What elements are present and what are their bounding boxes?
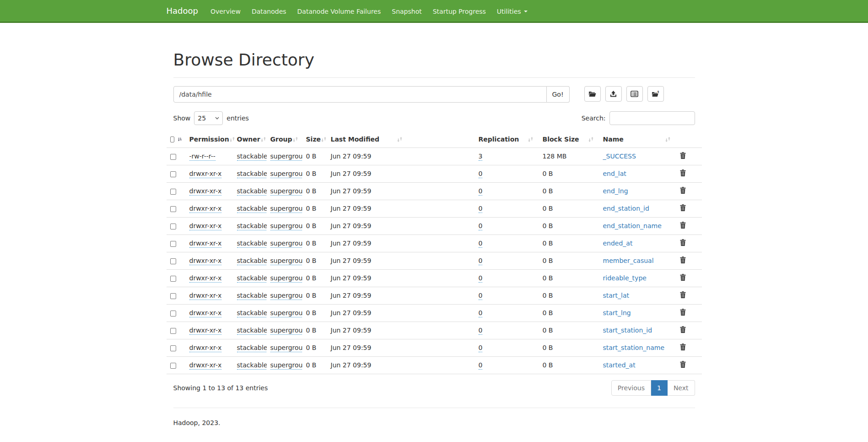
- row-checkbox[interactable]: [170, 345, 176, 351]
- permission-value[interactable]: -rw-r--r--: [189, 153, 216, 161]
- permission-value[interactable]: drwxr-xr-x: [189, 309, 222, 317]
- row-checkbox[interactable]: [170, 258, 176, 264]
- group-value[interactable]: supergroup: [270, 344, 302, 352]
- delete-file-icon[interactable]: [680, 204, 686, 213]
- owner-value[interactable]: stackable: [237, 170, 267, 178]
- page-size-select[interactable]: 25: [194, 111, 223, 125]
- owner-value[interactable]: stackable: [237, 187, 267, 196]
- search-input[interactable]: [609, 111, 695, 125]
- delete-file-icon[interactable]: [680, 326, 686, 334]
- row-checkbox[interactable]: [170, 363, 176, 369]
- owner-value[interactable]: stackable: [237, 240, 267, 248]
- row-checkbox[interactable]: [170, 206, 176, 212]
- delete-file-icon[interactable]: [680, 309, 686, 317]
- file-name-link[interactable]: member_casual: [603, 257, 654, 264]
- header-group[interactable]: Group: [267, 131, 302, 147]
- delete-file-icon[interactable]: [680, 256, 686, 265]
- row-checkbox[interactable]: [170, 224, 176, 229]
- nav-item-datanode-volume-failures[interactable]: Datanode Volume Failures: [292, 0, 387, 22]
- owner-value[interactable]: stackable: [237, 153, 267, 161]
- delete-file-icon[interactable]: [680, 169, 686, 178]
- group-value[interactable]: supergroup: [270, 327, 302, 335]
- group-value[interactable]: supergroup: [270, 361, 302, 370]
- replication-value[interactable]: 0: [479, 240, 483, 248]
- file-name-link[interactable]: started_at: [603, 361, 636, 369]
- group-value[interactable]: supergroup: [270, 309, 302, 317]
- owner-value[interactable]: stackable: [237, 274, 267, 283]
- header-permission[interactable]: Permission: [186, 131, 233, 147]
- file-name-link[interactable]: start_station_name: [603, 344, 665, 351]
- go-button[interactable]: Go!: [547, 86, 570, 103]
- owner-value[interactable]: stackable: [237, 292, 267, 300]
- select-all-checkbox[interactable]: [170, 136, 175, 142]
- replication-value[interactable]: 0: [479, 274, 483, 283]
- delete-file-icon[interactable]: [680, 152, 686, 160]
- file-name-link[interactable]: end_station_id: [603, 205, 649, 212]
- pagination-previous[interactable]: Previous: [611, 380, 651, 396]
- row-checkbox[interactable]: [170, 154, 176, 160]
- pagination-page-1[interactable]: 1: [651, 380, 668, 396]
- permission-value[interactable]: drwxr-xr-x: [189, 187, 222, 196]
- permission-value[interactable]: drwxr-xr-x: [189, 274, 222, 283]
- owner-value[interactable]: stackable: [237, 327, 267, 335]
- permission-value[interactable]: drwxr-xr-x: [189, 292, 222, 300]
- permission-value[interactable]: drwxr-xr-x: [189, 240, 222, 248]
- replication-value[interactable]: 0: [479, 361, 483, 370]
- row-checkbox[interactable]: [170, 276, 176, 282]
- nav-item-utilities-dropdown[interactable]: Utilities: [491, 0, 533, 22]
- row-checkbox[interactable]: [170, 328, 176, 334]
- permission-value[interactable]: drwxr-xr-x: [189, 170, 222, 178]
- group-value[interactable]: supergroup: [270, 153, 302, 161]
- owner-value[interactable]: stackable: [237, 222, 267, 230]
- create-directory-button[interactable]: [584, 86, 601, 102]
- group-value[interactable]: supergroup: [270, 240, 302, 248]
- header-block-size[interactable]: Block Size: [539, 131, 599, 147]
- row-checkbox[interactable]: [170, 241, 176, 247]
- row-checkbox[interactable]: [170, 293, 176, 299]
- pagination-next[interactable]: Next: [668, 380, 695, 396]
- file-name-link[interactable]: end_lat: [603, 170, 626, 177]
- header-owner[interactable]: Owner: [233, 131, 267, 147]
- upload-files-button[interactable]: [605, 86, 622, 102]
- nav-item-startup-progress[interactable]: Startup Progress: [427, 0, 491, 22]
- permission-value[interactable]: drwxr-xr-x: [189, 205, 222, 213]
- file-name-link[interactable]: start_lng: [603, 309, 631, 316]
- nav-item-overview[interactable]: Overview: [205, 0, 246, 22]
- delete-file-icon[interactable]: [680, 361, 686, 369]
- delete-file-icon[interactable]: [680, 222, 686, 230]
- header-last-modified[interactable]: Last Modified: [327, 131, 475, 147]
- owner-value[interactable]: stackable: [237, 309, 267, 317]
- owner-value[interactable]: stackable: [237, 344, 267, 352]
- permission-value[interactable]: drwxr-xr-x: [189, 327, 222, 335]
- replication-value[interactable]: 0: [479, 309, 483, 317]
- replication-value[interactable]: 0: [479, 327, 483, 335]
- header-name[interactable]: Name: [599, 131, 676, 147]
- replication-value[interactable]: 0: [479, 292, 483, 300]
- nav-item-snapshot[interactable]: Snapshot: [386, 0, 427, 22]
- replication-value[interactable]: 3: [479, 153, 483, 161]
- replication-value[interactable]: 0: [479, 257, 483, 265]
- replication-value[interactable]: 0: [479, 170, 483, 178]
- set-quota-button[interactable]: [626, 86, 643, 102]
- file-name-link[interactable]: start_station_id: [603, 327, 652, 334]
- file-name-link[interactable]: start_lat: [603, 292, 630, 299]
- group-value[interactable]: supergroup: [270, 257, 302, 265]
- permission-value[interactable]: drwxr-xr-x: [189, 344, 222, 352]
- owner-value[interactable]: stackable: [237, 205, 267, 213]
- delete-file-icon[interactable]: [680, 344, 686, 352]
- file-name-link[interactable]: end_lng: [603, 187, 628, 195]
- permission-value[interactable]: drwxr-xr-x: [189, 222, 222, 230]
- delete-file-icon[interactable]: [680, 187, 686, 195]
- cut-paste-button[interactable]: t: [647, 86, 664, 102]
- group-value[interactable]: supergroup: [270, 205, 302, 213]
- permission-value[interactable]: drwxr-xr-x: [189, 361, 222, 370]
- header-size[interactable]: Size: [302, 131, 327, 147]
- nav-item-datanodes[interactable]: Datanodes: [246, 0, 292, 22]
- group-value[interactable]: supergroup: [270, 170, 302, 178]
- replication-value[interactable]: 0: [479, 205, 483, 213]
- navbar-brand[interactable]: Hadoop: [167, 0, 205, 22]
- owner-value[interactable]: stackable: [237, 257, 267, 265]
- delete-file-icon[interactable]: [680, 291, 686, 300]
- file-name-link[interactable]: end_station_name: [603, 222, 662, 229]
- row-checkbox[interactable]: [170, 171, 176, 177]
